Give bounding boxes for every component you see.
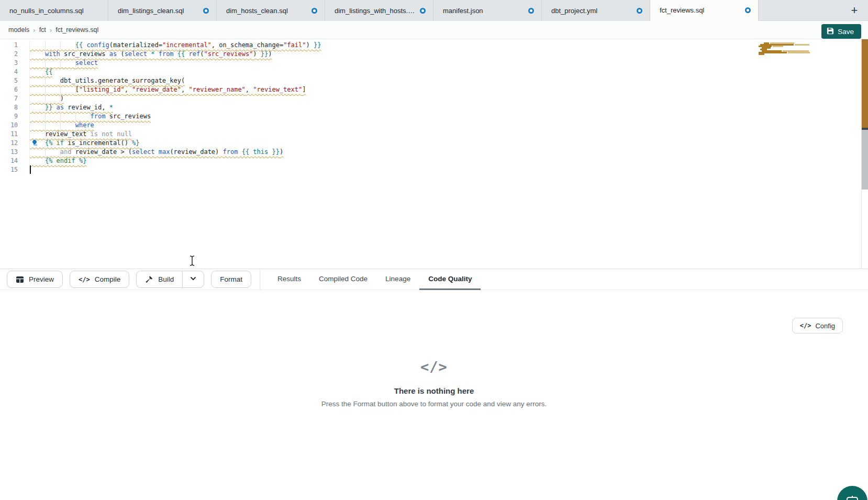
file-tab[interactable]: dim_listings_clean.sql [108, 0, 217, 21]
breadcrumb-item[interactable]: fct [39, 26, 46, 34]
overview-warning-marks [862, 39, 868, 129]
code-line[interactable]: 6 ["listing_id", "review_date", "reviewe… [0, 85, 868, 94]
save-floppy-icon [827, 27, 834, 36]
tab-code-quality[interactable]: Code Quality [419, 269, 481, 290]
editor-scrollbar[interactable] [862, 39, 868, 269]
code-line-text: dbt_utils.generate_surrogate_key( [30, 76, 185, 85]
file-tab-label: dbt_project.yml [551, 7, 632, 15]
code-line[interactable]: 8 }} as review_id, * [0, 103, 868, 112]
toolbar-divider [260, 269, 260, 290]
file-tab-label: dim_listings_clean.sql [118, 7, 199, 15]
code-line[interactable]: 10 where [0, 121, 868, 130]
text-caret [30, 165, 31, 174]
file-tab[interactable]: manifest.json [433, 0, 542, 21]
line-number: 15 [0, 165, 18, 174]
save-button-label: Save [838, 28, 854, 36]
code-line[interactable]: 12 {% if is_incremental() %} [0, 139, 868, 148]
minimap-code-mark [788, 52, 810, 53]
config-button[interactable]: </> Config [792, 318, 843, 334]
code-line-text: ["listing_id", "review_date", "reviewer_… [30, 85, 306, 94]
line-number: 13 [0, 148, 18, 157]
code-line-text: }} as review_id, * [30, 103, 113, 112]
modified-dot-icon [745, 7, 751, 13]
tab-compiled-code[interactable]: Compiled Code [310, 269, 376, 290]
code-line[interactable]: 15 [0, 165, 868, 174]
file-tab[interactable]: dim_listings_with_hosts.sql [325, 0, 433, 21]
code-line-text: {% endif %} [30, 157, 86, 165]
line-number: 11 [0, 130, 18, 139]
code-line-text: select [30, 59, 98, 68]
code-line[interactable]: 14 {% endif %} [0, 157, 868, 165]
code-line-text: and review_date > (select max(review_dat… [30, 148, 283, 157]
modified-dot-icon [528, 8, 534, 14]
compile-button-label: Compile [95, 275, 121, 283]
chevron-down-icon [190, 275, 197, 284]
code-line[interactable]: 5 dbt_utils.generate_surrogate_key( [0, 76, 868, 85]
code-line[interactable]: 7 ) [0, 94, 868, 103]
compile-button[interactable]: </>Compile [70, 271, 129, 288]
line-number: 5 [0, 76, 18, 85]
format-button[interactable]: Format [211, 271, 251, 288]
file-tab[interactable]: no_nulls_in_columns.sql [0, 0, 108, 21]
code-line-text: {% if is_incremental() %} [30, 139, 140, 148]
build-button[interactable]: Build [136, 271, 182, 288]
code-line-text: ) [30, 94, 64, 103]
editor-minimap[interactable] [756, 39, 861, 269]
file-tab-bar: no_nulls_in_columns.sqldim_listings_clea… [0, 0, 868, 21]
line-number: 10 [0, 121, 18, 130]
compile-code-icon: </> [79, 276, 90, 283]
tab-results[interactable]: Results [269, 269, 310, 290]
line-number: 12 [0, 139, 18, 148]
breadcrumb-chevron-icon: › [50, 26, 52, 34]
file-tab-label: fct_reviews.sql [660, 6, 741, 14]
file-tab[interactable]: fct_reviews.sql [650, 0, 759, 21]
breadcrumb-item[interactable]: fct_reviews.sql [55, 26, 98, 34]
code-line-text: {{ [30, 68, 52, 76]
build-dropdown-button[interactable] [182, 271, 204, 288]
code-line[interactable]: 3 select [0, 59, 868, 68]
robot-chat-icon [845, 494, 860, 500]
code-line[interactable]: 13 and review_date > (select max(review_… [0, 148, 868, 157]
code-line[interactable]: 4 {{ [0, 68, 868, 76]
line-number: 4 [0, 68, 18, 76]
save-button[interactable]: Save [821, 24, 861, 39]
code-editor[interactable]: 1 {{ config(materialized="incremental", … [0, 39, 868, 269]
code-line[interactable]: 1 {{ config(materialized="incremental", … [0, 41, 868, 50]
empty-state: </> There is nothing here Press the Form… [0, 359, 868, 408]
code-line[interactable]: 11 review_text is not null [0, 130, 868, 139]
build-hammer-icon [145, 275, 153, 284]
minimap-code-mark [773, 46, 783, 47]
new-tab-button[interactable]: + [844, 0, 865, 21]
code-line-text: from src_reviews [30, 112, 151, 121]
line-number: 3 [0, 59, 18, 68]
code-line-text: review_text is not null [30, 130, 132, 139]
code-line-text: where [30, 121, 94, 130]
code-line[interactable]: 2 with src_reviews as (select * from {{ … [0, 50, 868, 59]
config-button-label: Config [815, 322, 835, 330]
line-number: 7 [0, 94, 18, 103]
mouse-ibeam-cursor [189, 255, 195, 266]
code-line[interactable]: 9 from src_reviews [0, 112, 868, 121]
minimap-code-mark [759, 53, 764, 55]
preview-button-label: Preview [29, 275, 54, 283]
file-tab[interactable]: dim_hosts_clean.sql [217, 0, 325, 21]
tab-lineage[interactable]: Lineage [376, 269, 419, 290]
modified-dot-icon [311, 8, 317, 14]
empty-state-subtitle: Press the Format button above to format … [0, 400, 868, 408]
line-number: 2 [0, 50, 18, 59]
line-number: 8 [0, 103, 18, 112]
code-action-lightbulb-icon[interactable] [31, 139, 38, 147]
code-line-text: with src_reviews as (select * from {{ re… [30, 50, 272, 59]
line-number: 14 [0, 157, 18, 165]
code-quality-panel: </> Config </> There is nothing here Pre… [0, 291, 868, 500]
file-tab-label: manifest.json [443, 7, 524, 15]
config-code-icon: </> [800, 322, 811, 329]
breadcrumb-item[interactable]: models [8, 26, 29, 34]
preview-table-icon [16, 275, 24, 284]
breadcrumb: models›fct›fct_reviews.sql [0, 21, 868, 39]
preview-button[interactable]: Preview [7, 271, 63, 288]
editor-action-toolbar: Preview</>CompileBuildFormat ResultsComp… [0, 269, 868, 290]
file-tab-label: no_nulls_in_columns.sql [9, 7, 101, 15]
file-tab[interactable]: dbt_project.yml [542, 0, 650, 21]
modified-dot-icon [420, 8, 426, 14]
